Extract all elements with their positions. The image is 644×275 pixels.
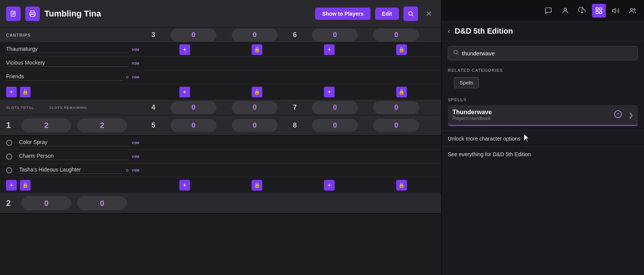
slots-total-label: SLOTS TOTAL [6,106,34,110]
cantrip-slot-numbers: 3 0 0 6 0 0 [145,28,441,42]
color-spray-radio[interactable] [6,140,12,146]
level2-remaining-pill: 0 [77,196,127,210]
friends-tag-vsm: VSM [132,75,139,79]
spell-thaumaturgy-row: Thaumaturgy VSM + 🔒 + 🔒 [0,43,441,57]
search-box[interactable] [448,46,638,60]
search-input[interactable] [462,50,633,57]
level2-left: 2 0 0 [0,193,145,213]
slots-remaining-label: SLOTS REMAINING [49,106,87,110]
color-spray-tag: VSM [132,141,139,145]
svg-rect-12 [600,11,602,13]
search-icon [453,49,459,57]
thunderwave-icon [614,110,622,120]
related-categories-label: RELATED CATEGORIES [442,65,644,74]
sheet-icon-btn[interactable] [6,6,21,21]
svg-point-5 [409,11,412,15]
spell-tashas-laughter-row: Tasha's Hideous Laughter C VSM [0,163,441,177]
thunderwave-result-item[interactable]: Thunderwave Player's Handbook ❯ [448,105,638,126]
level5-slot1-val: 0 [192,121,195,129]
header-search-button[interactable] [403,6,418,21]
sidebar-footer-links: Unlock more character options See everyt… [442,128,644,165]
spell-color-spray-name: Color Spray [19,139,128,146]
svg-rect-4 [31,14,34,16]
see-everything-link[interactable]: See everything for D&D 5th Edition [442,146,644,162]
tashas-laughter-right [145,163,441,177]
cantrip-right-lock2-btn[interactable]: 🔒 [396,87,407,97]
thaumaturgy-add-btn[interactable]: + [179,44,190,55]
svg-point-15 [634,8,635,10]
spell-thaumaturgy-name: Thaumaturgy [6,46,128,53]
level8-slot1-val: 0 [333,121,337,129]
tashas-laughter-left: Tasha's Hideous Laughter C VSM [0,163,145,177]
users-icon-btn[interactable] [626,4,639,18]
level1-remaining-val: 2 [100,121,104,130]
friends-left: Friends C VSM [0,70,145,84]
unlock-options-link[interactable]: Unlock more character options [442,131,644,146]
level2-total-pill: 0 [21,196,71,210]
cantrip-right-add1-btn[interactable]: + [179,87,190,97]
level8-badge: 8 [293,121,297,129]
svg-line-6 [412,15,413,16]
level1-right-lock2-btn[interactable]: 🔒 [396,180,407,191]
chat-icon-btn[interactable] [542,4,555,18]
grid-icon-btn[interactable] [592,4,606,18]
svg-point-7 [564,8,567,11]
sidebar-topbar [442,0,644,21]
import-icon-btn[interactable] [575,4,589,18]
show-to-players-button[interactable]: Show to Players [315,8,370,20]
sidebar-panel: ‹ D&D 5th Edition RELATED CATEGORIES Spe… [442,0,644,275]
level1-right-lock1-btn[interactable]: 🔒 [252,180,262,191]
cantrip-action-row: + 🔒 + 🔒 + 🔒 [0,84,441,100]
print-icon-btn[interactable] [25,6,40,21]
charm-person-radio[interactable] [6,154,12,160]
level1-left: 1 2 2 [0,115,145,135]
thaumaturgy-right: + 🔒 + 🔒 [145,43,441,56]
spell-tashas-laughter-name: Tasha's Hideous Laughter [19,167,123,174]
cantrip-section-header: CANTRIPS 3 0 0 6 0 0 [0,28,441,43]
character-icon-btn[interactable] [558,4,572,18]
vicious-mockery-right [145,57,441,70]
thaumaturgy-lock2-btn[interactable]: 🔒 [396,44,407,55]
level1-lock-btn[interactable]: 🔒 [20,180,31,191]
spell-friends-row: Friends C VSM [0,70,441,84]
level1-alr-right: + 🔒 + 🔒 [145,177,441,193]
svg-point-14 [631,8,633,10]
cantrip-right-add2-btn[interactable]: + [324,87,335,97]
thaumaturgy-lock1-btn[interactable]: 🔒 [252,44,262,55]
level1-right-add1-btn[interactable]: + [179,180,190,191]
level1-alr-left: + 🔒 [0,177,145,193]
level2-right [145,193,441,213]
color-spray-left: Color Spray VSM [0,136,145,149]
level3-badge: 3 [151,31,155,39]
audio-icon-btn[interactable] [609,4,623,18]
sidebar-title-text: D&D 5th Edition [455,27,513,36]
level1-right: 5 0 0 8 0 0 [145,115,441,135]
cantrip-alr-left: + 🔒 [0,84,145,100]
thaumaturgy-add2-btn[interactable]: + [324,44,335,55]
cantrip-lock-btn[interactable]: 🔒 [20,87,31,97]
vicious-mockery-left: Vicious Mockery VSM [0,57,145,70]
level4-badge: 4 [151,104,155,112]
level5-slot2-val: 0 [253,121,257,129]
level7-slot2-val: 0 [394,104,398,112]
cantrip-right-lock1-btn[interactable]: 🔒 [252,87,262,97]
back-arrow-btn[interactable]: ‹ [448,27,450,35]
thunderwave-expand-icon[interactable]: ❯ [628,112,633,119]
level1-total-pill: 2 [21,118,71,132]
cantrip-alr-right: + 🔒 + 🔒 [145,84,441,100]
level8-slot1-pill: 0 [312,119,358,132]
close-button[interactable]: ✕ [423,8,435,20]
level1-add-btn[interactable]: + [6,180,17,191]
thunderwave-info: Thunderwave Player's Handbook [452,109,614,121]
sidebar-title-section: ‹ D&D 5th Edition [442,21,644,41]
level7-slot1-pill: 0 [312,101,358,114]
tashas-laughter-radio[interactable] [6,167,12,173]
spell-friends-name: Friends [6,73,123,81]
edit-button[interactable]: Edit [375,8,399,20]
svg-rect-10 [600,8,602,10]
level4-slot-numbers: 4 0 0 7 0 0 [145,100,441,115]
level1-right-add2-btn[interactable]: + [324,180,335,191]
spells-category-tag[interactable]: Spells [454,77,479,88]
cantrip-add-btn[interactable]: + [6,87,17,97]
level3-slot2-val: 0 [253,31,257,39]
